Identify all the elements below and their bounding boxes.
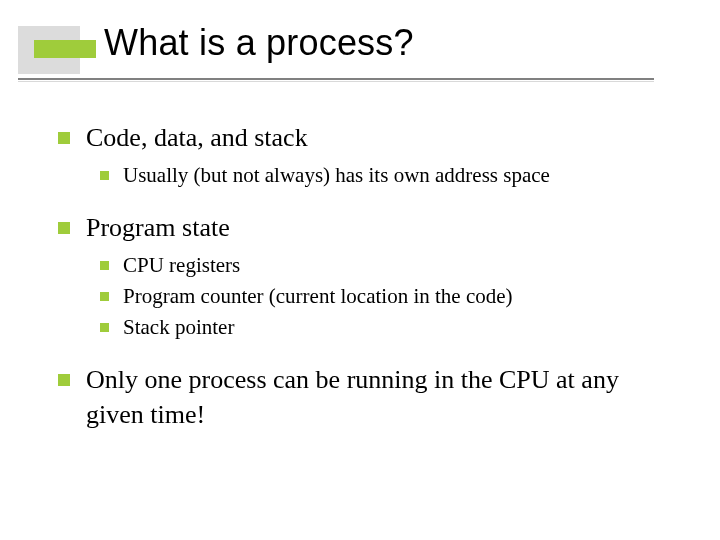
square-bullet-icon [100, 292, 109, 301]
square-bullet-icon [100, 323, 109, 332]
square-bullet-icon [58, 132, 70, 144]
title-rule-light [18, 81, 654, 82]
square-bullet-icon [100, 171, 109, 180]
list-item: Program state [58, 210, 668, 245]
list-item-text: Program state [86, 210, 230, 245]
slide-title: What is a process? [104, 22, 414, 64]
list-item-text: Only one process can be running in the C… [86, 362, 668, 432]
spacer [58, 344, 668, 362]
list-subitem: CPU registers [100, 251, 668, 280]
title-rule-dark [18, 78, 654, 80]
slide-body: Code, data, and stack Usually (but not a… [58, 120, 668, 438]
list-item: Only one process can be running in the C… [58, 362, 668, 432]
square-bullet-icon [58, 374, 70, 386]
spacer [58, 192, 668, 210]
list-subitem: Program counter (current location in the… [100, 282, 668, 311]
list-subitem-text: Program counter (current location in the… [123, 282, 513, 311]
square-bullet-icon [100, 261, 109, 270]
list-subitem: Usually (but not always) has its own add… [100, 161, 668, 190]
list-subitem-text: Stack pointer [123, 313, 234, 342]
list-subitem-text: CPU registers [123, 251, 240, 280]
list-item: Code, data, and stack [58, 120, 668, 155]
slide: What is a process? Code, data, and stack… [0, 0, 720, 540]
list-item-text: Code, data, and stack [86, 120, 308, 155]
decor-green-box [34, 40, 96, 58]
square-bullet-icon [58, 222, 70, 234]
list-subitem-text: Usually (but not always) has its own add… [123, 161, 550, 190]
list-subitem: Stack pointer [100, 313, 668, 342]
